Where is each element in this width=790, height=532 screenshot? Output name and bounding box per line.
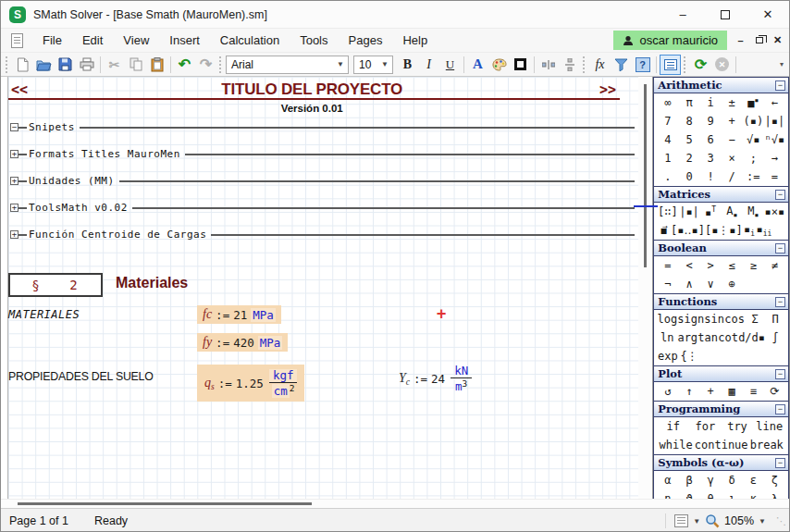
palette-button[interactable]: A▪ [722,204,743,219]
palette-button[interactable]: ι [722,492,743,499]
formula-yc[interactable]: Yc := 24 kN m3 [393,360,477,397]
chevron-down-icon[interactable]: ▼ [693,517,700,526]
palette-button[interactable]: θ [700,492,722,499]
palette-button[interactable]: η [657,492,678,499]
palette-button[interactable]: ↺ [657,385,678,398]
palette-button[interactable]: i [700,96,722,109]
collapse-icon[interactable]: − [10,123,19,131]
zoom-level[interactable]: 105% [724,514,754,527]
bold-button[interactable]: B [397,55,418,75]
palette-button[interactable]: [∷] [657,205,678,218]
section-label[interactable]: Unidades (MM) [27,175,119,187]
palette-button[interactable]: [▪‥▪] [671,224,705,237]
palette-button[interactable]: ≤ [722,259,743,272]
insert-function-button[interactable]: fx [589,55,611,75]
palette-button[interactable]: + [722,115,743,128]
label-materiales[interactable]: MATERIALES [8,308,80,321]
menu-edit[interactable]: Edit [72,30,113,51]
palette-button[interactable]: ln [657,331,677,344]
palette-button[interactable]: / [722,170,743,183]
formula-fy[interactable]: fy := 420 MPa [197,333,288,352]
palette-button[interactable]: π [678,96,699,109]
mdi-minimize-button[interactable]: – [734,35,747,46]
panel-header-symbols[interactable]: Symbols (α-ω)− [654,455,788,471]
palette-button[interactable]: tan [697,331,718,344]
chevron-down-icon[interactable]: ▼ [759,517,766,526]
label-propiedades-suelo[interactable]: PROPIEDADES DEL SUELO [8,370,154,383]
vertical-scrollbar-thumb[interactable] [644,84,647,267]
user-account-badge[interactable]: oscar mauricio [613,31,727,50]
palette-button[interactable]: 4 [657,133,678,146]
menu-insert[interactable]: Insert [159,30,210,51]
palette-button[interactable]: . [657,170,678,183]
palette-button[interactable]: β [678,474,699,487]
background-color-button[interactable] [488,55,510,75]
redo-button[interactable]: ↷ [195,55,216,75]
palette-button[interactable]: α [657,474,678,487]
undo-button[interactable]: ↶ [174,55,195,75]
palette-button[interactable]: Π [765,313,785,326]
stop-button[interactable]: ✕ [711,55,733,75]
palette-button[interactable]: < [678,259,699,272]
worksheet-canvas[interactable]: << >> TITULO DEL PROYECTO Versión 0.01 −… [1,77,638,499]
collapse-icon[interactable]: − [775,458,785,468]
palette-button[interactable]: continue [695,439,748,452]
palette-button[interactable]: ▪⃗ [657,224,671,237]
cut-button[interactable]: ✂ [104,55,125,75]
resize-grip[interactable]: ⋱ [771,515,785,527]
palette-button[interactable]: > [700,259,722,272]
recalculate-button[interactable]: ⟳ [690,55,711,75]
palette-button[interactable]: 7 [657,115,678,128]
minimize-button[interactable]: – [661,1,704,28]
palette-button[interactable]: while [657,439,694,452]
menu-tools[interactable]: Tools [290,30,338,51]
palette-button[interactable]: 1 [657,152,678,165]
palette-button[interactable]: M▪ [743,204,764,219]
palette-button[interactable]: sin [704,313,724,326]
palette-button[interactable]: ← [764,96,785,109]
palette-button[interactable]: ± [722,96,743,109]
palette-button[interactable]: ¬ [657,278,678,291]
toolbar-overflow-button[interactable]: ▾ [780,60,787,68]
palette-button[interactable]: line [753,420,785,433]
toolbar-grip[interactable] [219,56,223,73]
palette-button[interactable]: ⊕ [722,278,743,291]
new-button[interactable] [12,55,33,75]
toolbar-grip[interactable] [6,56,9,73]
palette-button[interactable]: λ [764,492,785,499]
open-button[interactable] [33,55,55,75]
panel-header-functions[interactable]: Functions− [654,294,788,310]
menu-file[interactable]: File [32,30,72,51]
font-family-select[interactable]: Arial▼ [226,56,349,74]
palette-button[interactable]: ≠ [764,259,785,272]
palette-button[interactable]: cot [718,331,738,344]
section-heading[interactable]: Materiales [116,275,188,291]
vertical-scrollbar[interactable] [638,77,652,499]
print-button[interactable] [76,55,97,75]
palette-button[interactable]: {⋮ [678,350,699,363]
insertion-cursor[interactable]: + [437,304,446,323]
align-horizontal-button[interactable] [537,55,559,75]
palette-button[interactable]: + [700,385,722,398]
palette-button[interactable]: ▪ii [756,223,771,238]
toolbar-grip[interactable] [684,56,687,73]
palette-button[interactable]: ; [743,152,764,165]
palette-button[interactable]: cos [724,313,745,326]
palette-button[interactable]: = [657,259,678,272]
copy-button[interactable] [125,55,146,75]
horizontal-scrollbar[interactable] [1,499,789,508]
palette-button[interactable]: try [722,420,754,433]
expand-icon[interactable]: + [10,230,19,239]
filter-button[interactable] [611,55,632,75]
palette-button[interactable]: ζ [764,474,785,487]
palette-button[interactable]: ▪×▪ [764,205,785,218]
menu-help[interactable]: Help [392,30,438,51]
collapse-icon[interactable]: − [775,80,785,91]
section-label[interactable]: Snipets [27,121,80,133]
font-color-button[interactable]: A [467,55,488,75]
underline-button[interactable]: U [439,55,461,75]
palette-button[interactable]: := [743,170,764,183]
expand-icon[interactable]: + [10,177,19,185]
section-number-box[interactable]: § 2 [8,273,103,297]
horizontal-scrollbar-thumb[interactable] [18,502,312,505]
